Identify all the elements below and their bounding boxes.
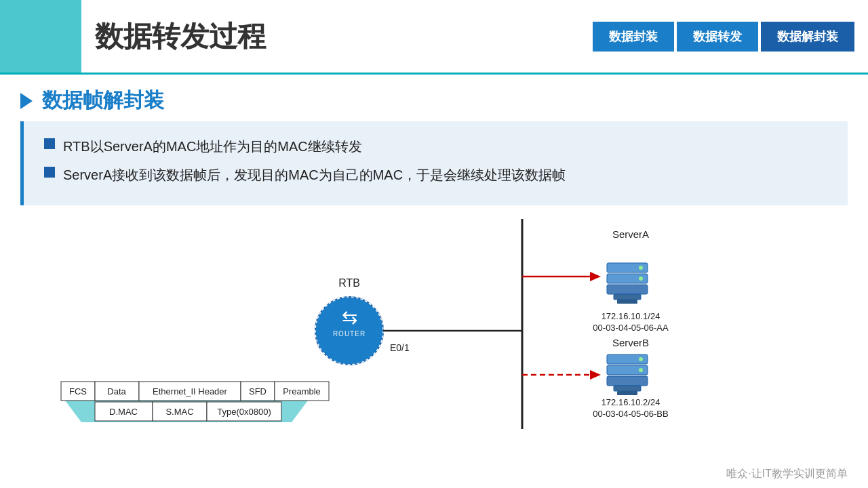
svg-rect-14 — [607, 285, 648, 294]
svg-rect-27 — [614, 386, 641, 391]
svg-text:172.16.10.2/24: 172.16.10.2/24 — [601, 397, 660, 407]
content-box: RTB以ServerA的MAC地址作为目的MAC继续转发 ServerA接收到该… — [20, 121, 848, 205]
svg-rect-18 — [617, 300, 637, 304]
svg-point-16 — [639, 277, 643, 281]
tab-data-decapsulation[interactable]: 数据解封装 — [761, 22, 854, 52]
watermark: 唯众·让IT教学实训更简单 — [726, 467, 848, 481]
bullet-icon-1 — [44, 138, 55, 149]
header-accent — [0, 0, 81, 74]
tab-data-encapsulation[interactable]: 数据封装 — [593, 22, 674, 52]
svg-text:⇆: ⇆ — [342, 307, 357, 328]
diagram-area: ⇆ ROUTER RTB E0/1 ServerA — [20, 212, 848, 443]
svg-text:Data: Data — [107, 386, 126, 396]
svg-text:D.MAC: D.MAC — [109, 407, 138, 417]
svg-point-26 — [639, 368, 643, 372]
section-arrow-icon — [20, 93, 33, 109]
page-title: 数据转发过程 — [95, 18, 593, 56]
svg-text:ServerB: ServerB — [612, 337, 649, 348]
svg-text:Preamble: Preamble — [283, 386, 321, 396]
svg-text:ROUTER: ROUTER — [333, 330, 366, 338]
bullet-icon-2 — [44, 167, 55, 178]
section-title: 数据帧解封装 — [42, 87, 164, 115]
svg-point-25 — [639, 357, 643, 361]
header-tabs: 数据封装 数据转发 数据解封装 — [593, 22, 854, 52]
svg-marker-11 — [590, 370, 601, 380]
svg-rect-28 — [617, 391, 637, 395]
header: 数据转发过程 数据封装 数据转发 数据解封装 — [0, 0, 868, 75]
svg-text:00-03-04-05-06-AA: 00-03-04-05-06-AA — [593, 323, 669, 333]
svg-text:Type(0x0800): Type(0x0800) — [217, 407, 271, 417]
svg-text:RTB: RTB — [338, 277, 360, 289]
bullet-row-2: ServerA接收到该数据帧后，发现目的MAC为自己的MAC，于是会继续处理该数… — [44, 163, 827, 186]
section-title-row: 数据帧解封装 — [0, 75, 868, 121]
svg-text:ServerA: ServerA — [612, 228, 649, 240]
bullet-row-1: RTB以ServerA的MAC地址作为目的MAC继续转发 — [44, 135, 827, 158]
svg-text:00-03-04-05-06-BB: 00-03-04-05-06-BB — [593, 409, 668, 419]
bullet-text-2: ServerA接收到该数据帧后，发现目的MAC为自己的MAC，于是会继续处理该数… — [63, 163, 566, 186]
svg-marker-9 — [590, 272, 601, 281]
svg-text:E0/1: E0/1 — [390, 342, 410, 353]
svg-text:Ethernet_II  Header: Ethernet_II Header — [153, 386, 228, 396]
svg-text:SFD: SFD — [249, 386, 267, 396]
svg-text:S.MAC: S.MAC — [165, 407, 193, 417]
tab-data-forwarding[interactable]: 数据转发 — [677, 22, 758, 52]
svg-rect-17 — [614, 294, 641, 300]
svg-text:FCS: FCS — [69, 386, 87, 396]
bullet-text-1: RTB以ServerA的MAC地址作为目的MAC继续转发 — [63, 135, 362, 158]
svg-rect-24 — [607, 376, 648, 386]
svg-text:172.16.10.1/24: 172.16.10.1/24 — [601, 311, 660, 321]
svg-point-15 — [639, 266, 643, 270]
